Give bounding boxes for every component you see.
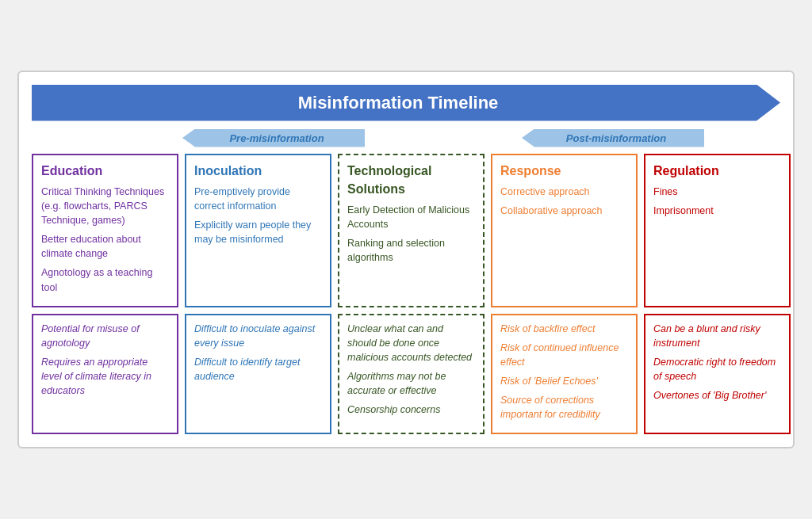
title-arrow-container: Misinformation Timeline: [32, 85, 780, 121]
arrows-row: Pre-misinformation Post-misinformation: [32, 129, 780, 147]
inoculation-top-box: Inoculation Pre-emptively provide correc…: [185, 154, 331, 307]
regulation-item-1: Fines: [653, 185, 781, 199]
tech-item-2: Ranking and selection algorithms: [347, 236, 475, 265]
post-misinformation-arrow: Post-misinformation: [522, 129, 704, 147]
response-con-2: Risk of continued influence effect: [500, 341, 628, 369]
education-title: Education: [41, 162, 169, 180]
tech-bottom-box: Unclear what can and should be done once…: [338, 314, 485, 435]
tech-item-1: Early Detection of Malicious Accounts: [347, 203, 475, 231]
regulation-bottom-box: Can be a blunt and risky instrument Demo…: [644, 314, 791, 435]
inoculation-item-2: Explicitly warn people they may be misin…: [194, 218, 322, 246]
tech-con-3: Censorship concerns: [347, 403, 475, 417]
tech-top-box: Technological Solutions Early Detection …: [338, 154, 485, 307]
education-con-2: Requires an appropriate level of climate…: [41, 355, 169, 398]
pre-misinformation-arrow: Pre-misinformation: [182, 129, 365, 147]
tech-title: Technological Solutions: [347, 162, 475, 198]
response-bottom-box: Risk of backfire effect Risk of continue…: [491, 314, 638, 435]
regulation-item-2: Imprisonment: [653, 204, 781, 218]
education-item-2: Better education about climate change: [41, 232, 169, 261]
response-top-box: Response Corrective approach Collaborati…: [491, 154, 638, 307]
title-arrow: Misinformation Timeline: [32, 85, 780, 121]
main-grid: Education Critical Thinking Techniques (…: [32, 154, 780, 435]
tech-con-2: Algorithms may not be accurate or effect…: [347, 369, 475, 398]
inoculation-item-1: Pre-emptively provide correct informatio…: [194, 185, 322, 213]
education-top-box: Education Critical Thinking Techniques (…: [32, 154, 178, 307]
education-con-1: Potential for misuse of agnotology: [41, 322, 169, 350]
regulation-con-3: Overtones of 'Big Brother': [653, 388, 781, 403]
response-con-1: Risk of backfire effect: [500, 322, 628, 336]
response-con-3: Risk of 'Belief Echoes': [500, 374, 628, 388]
response-item-2: Collaborative approach: [500, 204, 628, 218]
page-title: Misinformation Timeline: [298, 93, 499, 113]
education-bottom-box: Potential for misuse of agnotology Requi…: [32, 314, 178, 435]
education-item-1: Critical Thinking Techniques (e.g. flowc…: [41, 185, 169, 227]
response-title: Response: [500, 162, 628, 180]
outer-container: Misinformation Timeline Pre-misinformati…: [17, 71, 795, 449]
inoculation-bottom-box: Difficult to inoculate against every iss…: [185, 314, 331, 435]
regulation-con-1: Can be a blunt and risky instrument: [653, 322, 781, 350]
regulation-top-box: Regulation Fines Imprisonment: [644, 154, 791, 307]
response-con-4: Source of corrections important for cred…: [500, 393, 628, 422]
regulation-title: Regulation: [653, 162, 781, 180]
inoculation-title: Inoculation: [194, 162, 322, 180]
response-item-1: Corrective approach: [500, 185, 628, 199]
education-item-3: Agnotology as a teaching tool: [41, 265, 169, 294]
inoculation-con-2: Difficult to identify target audience: [194, 355, 322, 384]
tech-con-1: Unclear what can and should be done once…: [347, 322, 475, 364]
regulation-con-2: Democratic right to freedom of speech: [653, 355, 781, 384]
inoculation-con-1: Difficult to inoculate against every iss…: [194, 322, 322, 350]
